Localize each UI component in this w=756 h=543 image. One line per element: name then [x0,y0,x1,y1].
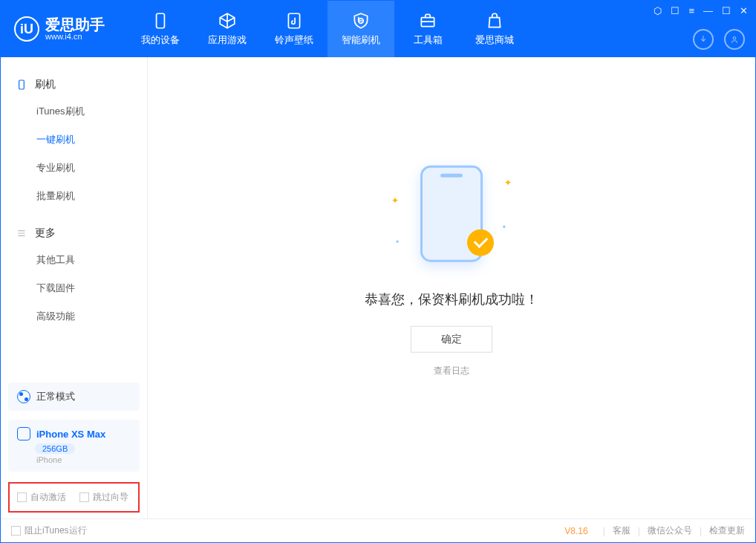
main-tabs: 我的设备 应用游戏 铃声壁纸 智能刷机 工具箱 爱思商城 [127,1,528,57]
checkbox-icon [79,492,89,502]
feedback-icon[interactable]: ☐ [671,5,680,16]
sidebar-group-flash: 刷机 [1,72,147,97]
tab-ringtone[interactable]: 铃声壁纸 [261,1,328,57]
checkbox-block-itunes[interactable]: 阻止iTunes运行 [11,524,87,537]
group-label: 更多 [35,227,56,240]
footer-link-update[interactable]: 检查更新 [709,524,745,537]
group-label: 刷机 [35,78,56,91]
sidebar-item-oneclick-flash[interactable]: 一键刷机 [1,126,147,154]
cube-icon [218,11,237,30]
app-subtitle: www.i4.cn [45,32,105,41]
close-button[interactable]: ✕ [740,5,748,16]
checkbox-auto-activate[interactable]: 自动激活 [17,491,66,504]
tab-label: 工具箱 [414,33,443,47]
success-message: 恭喜您，保资料刷机成功啦！ [365,290,538,308]
mode-card[interactable]: 正常模式 [8,383,140,411]
sidebar-group-more: 更多 [1,221,147,246]
window-controls: ⬡ ☐ ≡ — ☐ ✕ [654,5,748,16]
user-button[interactable] [724,29,745,50]
sparkle-icon: • [503,221,506,232]
sidebar-item-download-firmware[interactable]: 下载固件 [1,274,147,302]
download-button[interactable] [693,29,714,50]
svg-rect-0 [157,13,165,28]
tab-label: 铃声壁纸 [275,33,313,47]
checkbox-icon [17,492,27,502]
sidebar: 刷机 iTunes刷机 一键刷机 专业刷机 批量刷机 更多 其他工具 下载固件 … [1,57,148,518]
main-content: ✦ ✦ • • 恭喜您，保资料刷机成功啦！ 确定 查看日志 [148,57,755,518]
mode-icon [17,390,30,403]
tab-label: 爱思商城 [475,33,514,47]
sidebar-item-advanced[interactable]: 高级功能 [1,302,147,331]
checkbox-label: 阻止iTunes运行 [25,524,87,537]
tab-store[interactable]: 爱思商城 [461,1,528,57]
maximize-button[interactable]: ☐ [722,5,731,16]
footer-link-wechat[interactable]: 微信公众号 [648,524,692,537]
sidebar-item-pro-flash[interactable]: 专业刷机 [1,154,147,182]
music-file-icon [284,11,304,30]
phone-icon [16,79,27,91]
success-illustration: ✦ ✦ • • [388,165,515,269]
header-right-buttons [693,29,745,50]
tab-label: 我的设备 [141,33,180,47]
footer-link-support[interactable]: 客服 [613,524,630,537]
app-title: 爱思助手 [45,17,105,32]
sidebar-item-itunes-flash[interactable]: iTunes刷机 [1,97,147,126]
sidebar-item-other-tools[interactable]: 其他工具 [1,246,147,274]
view-log-link[interactable]: 查看日志 [434,364,469,377]
bag-icon [485,11,504,30]
svg-rect-4 [19,80,25,89]
list-icon [16,227,27,239]
checkbox-icon [11,526,21,536]
svg-point-3 [733,37,736,40]
version-label: V8.16 [564,526,587,536]
check-badge-icon [467,229,494,256]
svg-rect-1 [288,13,299,28]
sidebar-item-batch-flash[interactable]: 批量刷机 [1,182,147,210]
tab-toolbox[interactable]: 工具箱 [394,1,461,57]
minimize-button[interactable]: — [703,5,713,16]
tab-label: 应用游戏 [208,33,247,47]
device-phone-icon [17,427,30,440]
tab-apps[interactable]: 应用游戏 [194,1,261,57]
device-icon [151,11,170,30]
mode-label: 正常模式 [36,390,75,403]
device-type: iPhone [36,455,131,464]
menu-icon[interactable]: ≡ [688,5,694,16]
tab-flash[interactable]: 智能刷机 [328,1,394,57]
app-header: iU 爱思助手 www.i4.cn 我的设备 应用游戏 铃声壁纸 智能刷机 工具… [1,1,755,57]
sparkle-icon: ✦ [391,195,399,205]
briefcase-icon [418,11,437,30]
device-storage-badge: 256GB [35,443,75,454]
logo-icon: iU [14,16,39,42]
device-card[interactable]: iPhone XS Max 256GB iPhone [8,420,140,472]
logo: iU 爱思助手 www.i4.cn [1,16,118,42]
refresh-shield-icon [351,11,371,30]
checkbox-label: 自动激活 [30,491,66,504]
status-bar: 阻止iTunes运行 V8.16 | 客服 | 微信公众号 | 检查更新 [1,518,755,542]
device-name: iPhone XS Max [36,429,105,440]
checkbox-skip-guide[interactable]: 跳过向导 [79,491,128,504]
shirt-icon[interactable]: ⬡ [654,5,662,16]
highlighted-options: 自动激活 跳过向导 [8,482,140,513]
sparkle-icon: ✦ [504,177,512,187]
checkbox-label: 跳过向导 [93,491,128,504]
tab-device[interactable]: 我的设备 [127,1,194,57]
sparkle-icon: • [396,236,399,247]
tab-label: 智能刷机 [342,33,380,47]
ok-button[interactable]: 确定 [411,325,492,352]
